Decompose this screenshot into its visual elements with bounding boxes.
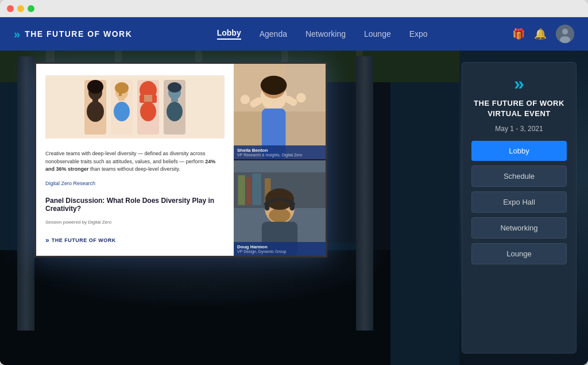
panel-expo-hall-button[interactable]: Expo Hall (471, 191, 567, 213)
screen-body-text: Creative teams with deep-level diversity… (45, 150, 225, 174)
speaker2-video: Doug Harmon VP Design, Dynamic Group (234, 160, 326, 256)
right-panel: » THE FUTURE OF WORK VIRTUAL EVENT May 1… (462, 62, 577, 354)
screen-session-title: Panel Discussion: What Role Does Diversi… (45, 197, 225, 213)
speaker2-label: Doug Harmon VP Design, Dynamic Group (234, 242, 326, 256)
screen-session-subtitle: Session powered by Digital Zero (45, 220, 225, 225)
svg-rect-114 (238, 175, 245, 205)
svg-rect-93 (144, 95, 152, 102)
maximize-dot[interactable] (28, 5, 34, 12)
audience-svg (0, 250, 390, 365)
nav-lounge[interactable]: Lounge (364, 29, 391, 39)
svg-point-2 (560, 36, 570, 43)
screen-brand: » THE FUTURE OF WORK (45, 236, 225, 244)
svg-point-94 (140, 102, 156, 121)
brand[interactable]: » THE FUTURE OF WORK (14, 28, 132, 41)
svg-point-119 (269, 208, 290, 222)
panel-lounge-button[interactable]: Lounge (471, 243, 567, 264)
svg-rect-116 (252, 174, 261, 205)
screen-research-link[interactable]: Digital Zero Research (45, 180, 225, 186)
svg-rect-77 (0, 250, 390, 365)
svg-point-99 (167, 102, 183, 121)
svg-point-111 (296, 93, 306, 103)
main-nav: Lobby Agenda Networking Lounge Expo (217, 28, 428, 40)
svg-point-88 (114, 102, 130, 121)
panel-event-line2: VIRTUAL EVENT (474, 109, 564, 119)
navbar-actions: 🎁 🔔 (512, 25, 574, 43)
svg-rect-98 (171, 98, 178, 102)
navbar: » THE FUTURE OF WORK Lobby Agenda Networ… (0, 17, 588, 51)
diversity-illustration (45, 75, 225, 139)
panel-schedule-button[interactable]: Schedule (471, 166, 567, 187)
svg-rect-115 (246, 177, 251, 205)
panel-networking-button[interactable]: Networking (471, 217, 567, 239)
nav-lobby[interactable]: Lobby (217, 28, 241, 40)
browser-titlebar (0, 0, 588, 17)
bell-icon[interactable]: 🔔 (534, 28, 547, 40)
user-avatar[interactable] (556, 25, 574, 43)
panel-navigation: Lobby Schedule Expo Hall Networking Loun… (471, 141, 567, 264)
screen-content-left: Creative teams with deep-level diversity… (36, 64, 234, 256)
svg-point-106 (261, 76, 287, 95)
screen-speakers: Sheila Benton VP Research & Insights, Di… (234, 64, 326, 256)
svg-rect-87 (118, 97, 125, 101)
panel-lobby-button[interactable]: Lobby (471, 141, 567, 161)
presentation-screen: Creative teams with deep-level diversity… (34, 62, 327, 258)
nav-networking[interactable]: Networking (305, 29, 346, 39)
gift-icon[interactable]: 🎁 (512, 28, 525, 40)
minimize-dot[interactable] (17, 5, 24, 12)
browser-window: » THE FUTURE OF WORK Lobby Agenda Networ… (0, 0, 588, 365)
panel-event-line1: THE FUTURE OF WORK (474, 98, 564, 109)
brand-chevrons-icon: » (14, 28, 20, 41)
svg-point-82 (87, 101, 104, 122)
stage-right-pole (356, 56, 373, 331)
svg-point-1 (562, 29, 568, 34)
stage-left-pole (17, 56, 34, 331)
nav-expo[interactable]: Expo (409, 29, 428, 39)
svg-rect-86 (119, 86, 122, 96)
close-dot[interactable] (7, 5, 14, 12)
screen-brand-chevrons: » (45, 236, 49, 244)
panel-event-date: May 1 - 3, 2021 (495, 125, 543, 133)
svg-point-80 (87, 80, 103, 94)
brand-name: THE FUTURE OF WORK (25, 29, 132, 39)
svg-point-110 (241, 95, 250, 105)
screen-brand-text: THE FUTURE OF WORK (52, 237, 116, 243)
speaker1-video: Sheila Benton VP Research & Insights, Di… (234, 64, 326, 159)
panel-event-name: THE FUTURE OF WORK VIRTUAL EVENT (474, 98, 564, 119)
nav-agenda[interactable]: Agenda (260, 29, 287, 39)
svg-point-97 (168, 82, 181, 93)
speaker1-label: Sheila Benton VP Research & Insights, Di… (234, 145, 326, 159)
panel-chevrons-icon: » (514, 74, 524, 93)
main-content: Creative teams with deep-level diversity… (0, 51, 588, 365)
